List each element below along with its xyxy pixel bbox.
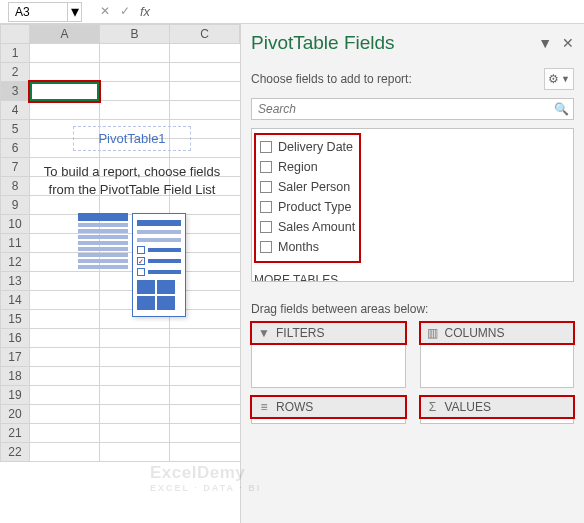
cell[interactable] [30, 443, 100, 462]
rows-area[interactable]: ≡ROWS [251, 396, 406, 424]
field-item[interactable]: Region [260, 157, 355, 177]
row-header[interactable]: 13 [0, 272, 30, 291]
cell[interactable] [100, 367, 170, 386]
area-label: ROWS [276, 400, 313, 414]
row-header[interactable]: 21 [0, 424, 30, 443]
row-header[interactable]: 11 [0, 234, 30, 253]
fx-icon[interactable]: fx [140, 4, 150, 19]
cell[interactable] [100, 348, 170, 367]
cell[interactable] [170, 44, 240, 63]
row-header[interactable]: 6 [0, 139, 30, 158]
more-tables-link[interactable]: MORE TABLES... [254, 273, 571, 282]
values-dropzone[interactable] [420, 418, 575, 424]
cell[interactable] [30, 386, 100, 405]
checkbox-icon[interactable] [260, 221, 272, 233]
cell[interactable] [100, 386, 170, 405]
search-icon[interactable]: 🔍 [554, 102, 569, 116]
values-area[interactable]: ΣVALUES [420, 396, 575, 424]
checkbox-icon[interactable] [260, 241, 272, 253]
field-item[interactable]: Delivery Date [260, 137, 355, 157]
cell[interactable] [170, 424, 240, 443]
name-box[interactable]: A3 [8, 2, 68, 22]
rows-dropzone[interactable] [251, 418, 406, 424]
field-item[interactable]: Sales Amount [260, 217, 355, 237]
cell[interactable] [100, 101, 170, 120]
cell[interactable] [100, 329, 170, 348]
column-header-b[interactable]: B [100, 24, 170, 44]
cell[interactable] [30, 63, 100, 82]
cancel-icon: ✕ [100, 4, 110, 19]
field-item[interactable]: Months [260, 237, 355, 257]
checkbox-icon[interactable] [260, 181, 272, 193]
row-header[interactable]: 3 [0, 82, 30, 101]
cell[interactable] [100, 443, 170, 462]
checkbox-icon[interactable] [260, 141, 272, 153]
cell[interactable] [100, 424, 170, 443]
row-header[interactable]: 14 [0, 291, 30, 310]
filters-area[interactable]: ▼FILTERS [251, 322, 406, 388]
cell[interactable] [170, 386, 240, 405]
cell[interactable] [100, 44, 170, 63]
row-header[interactable]: 7 [0, 158, 30, 177]
close-icon[interactable]: ✕ [562, 35, 574, 51]
row-header[interactable]: 15 [0, 310, 30, 329]
row-header[interactable]: 19 [0, 386, 30, 405]
cell[interactable] [170, 443, 240, 462]
search-input[interactable] [251, 98, 574, 120]
field-item[interactable]: Product Type [260, 197, 355, 217]
row-header[interactable]: 5 [0, 120, 30, 139]
rows-icon: ≡ [258, 401, 270, 413]
cell[interactable] [30, 424, 100, 443]
area-label: FILTERS [276, 326, 324, 340]
column-header-a[interactable]: A [30, 24, 100, 44]
cell[interactable] [170, 82, 240, 101]
cell[interactable] [30, 348, 100, 367]
pivottable-fields-pane: PivotTable Fields ▼ ✕ Choose fields to a… [240, 24, 584, 523]
cell[interactable] [100, 405, 170, 424]
field-label: Months [278, 240, 319, 254]
checkbox-icon[interactable] [260, 201, 272, 213]
row-header[interactable]: 16 [0, 329, 30, 348]
cell[interactable] [170, 405, 240, 424]
cell[interactable] [100, 63, 170, 82]
cell[interactable] [170, 367, 240, 386]
cell[interactable] [30, 329, 100, 348]
cell[interactable] [170, 329, 240, 348]
worksheet[interactable]: A B C 1234567891011121314151617181920212… [0, 24, 240, 523]
cell[interactable] [30, 101, 100, 120]
checkbox-icon[interactable] [260, 161, 272, 173]
cell[interactable] [30, 44, 100, 63]
pane-subtitle: Choose fields to add to report: [251, 72, 412, 86]
cell[interactable] [30, 405, 100, 424]
cell[interactable] [170, 348, 240, 367]
row-header[interactable]: 22 [0, 443, 30, 462]
name-box-dropdown[interactable]: ▾ [68, 2, 82, 22]
field-list[interactable]: Delivery Date Region Saler Person Produc… [251, 128, 574, 282]
pivot-name-label: PivotTable1 [73, 126, 190, 151]
cell[interactable] [100, 82, 170, 101]
row-header[interactable]: 20 [0, 405, 30, 424]
layout-gear-button[interactable]: ⚙▼ [544, 68, 574, 90]
row-header[interactable]: 10 [0, 215, 30, 234]
row-header[interactable]: 17 [0, 348, 30, 367]
row-header[interactable]: 9 [0, 196, 30, 215]
drag-instruction: Drag fields between areas below: [251, 302, 574, 316]
field-item[interactable]: Saler Person [260, 177, 355, 197]
cell[interactable] [30, 367, 100, 386]
column-header-c[interactable]: C [170, 24, 240, 44]
columns-area[interactable]: ▥COLUMNS [420, 322, 575, 388]
cell[interactable] [170, 63, 240, 82]
row-header[interactable]: 2 [0, 63, 30, 82]
cell[interactable] [30, 82, 100, 101]
row-header[interactable]: 12 [0, 253, 30, 272]
select-all-corner[interactable] [0, 24, 30, 44]
row-header[interactable]: 1 [0, 44, 30, 63]
row-header[interactable]: 8 [0, 177, 30, 196]
row-header[interactable]: 4 [0, 101, 30, 120]
pane-dropdown-icon[interactable]: ▼ [538, 35, 552, 51]
filters-dropzone[interactable] [251, 344, 406, 388]
row-header[interactable]: 18 [0, 367, 30, 386]
cell[interactable] [170, 101, 240, 120]
pane-title: PivotTable Fields [251, 32, 395, 54]
columns-dropzone[interactable] [420, 344, 575, 388]
